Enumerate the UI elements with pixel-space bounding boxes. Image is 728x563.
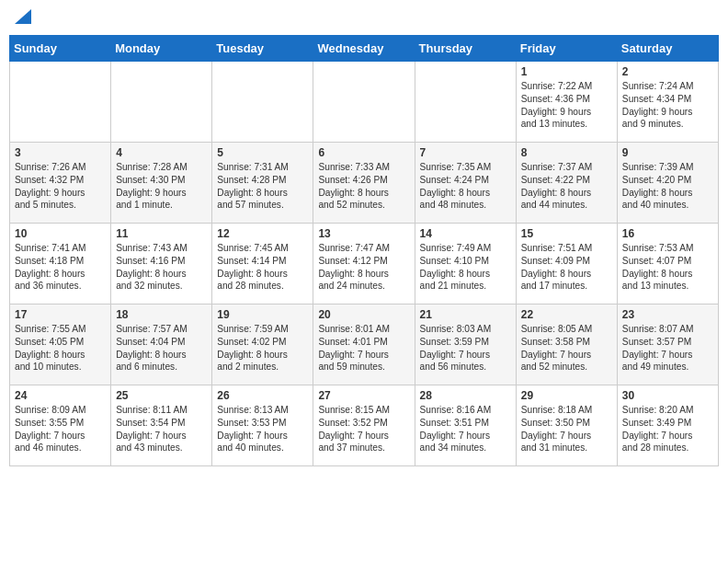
day-info: Sunrise: 7:47 AM Sunset: 4:12 PM Dayligh… [318, 243, 390, 291]
day-number: 14 [420, 227, 511, 240]
day-cell: 17Sunrise: 7:55 AM Sunset: 4:05 PM Dayli… [10, 304, 111, 385]
day-cell: 22Sunrise: 8:05 AM Sunset: 3:58 PM Dayli… [516, 304, 617, 385]
day-info: Sunrise: 8:01 AM Sunset: 4:01 PM Dayligh… [318, 324, 390, 372]
day-info: Sunrise: 7:41 AM Sunset: 4:18 PM Dayligh… [15, 243, 86, 291]
day-cell: 19Sunrise: 7:59 AM Sunset: 4:02 PM Dayli… [212, 304, 313, 385]
day-info: Sunrise: 7:33 AM Sunset: 4:26 PM Dayligh… [318, 162, 390, 210]
header-saturday: Saturday [617, 36, 718, 62]
day-cell: 5Sunrise: 7:31 AM Sunset: 4:28 PM Daylig… [212, 143, 313, 224]
page-header [9, 9, 719, 28]
day-number: 17 [15, 308, 106, 321]
week-row-5: 24Sunrise: 8:09 AM Sunset: 3:55 PM Dayli… [10, 385, 719, 466]
day-info: Sunrise: 7:53 AM Sunset: 4:07 PM Dayligh… [622, 243, 694, 291]
day-cell: 7Sunrise: 7:35 AM Sunset: 4:24 PM Daylig… [415, 143, 516, 224]
header-sunday: Sunday [10, 36, 111, 62]
day-cell: 2Sunrise: 7:24 AM Sunset: 4:34 PM Daylig… [617, 62, 718, 143]
day-info: Sunrise: 7:39 AM Sunset: 4:20 PM Dayligh… [622, 162, 694, 210]
day-number: 25 [116, 389, 207, 402]
day-info: Sunrise: 8:11 AM Sunset: 3:54 PM Dayligh… [116, 405, 188, 453]
calendar-table: SundayMondayTuesdayWednesdayThursdayFrid… [9, 35, 719, 466]
day-cell [10, 62, 111, 143]
day-cell: 9Sunrise: 7:39 AM Sunset: 4:20 PM Daylig… [617, 143, 718, 224]
day-cell: 24Sunrise: 8:09 AM Sunset: 3:55 PM Dayli… [10, 385, 111, 466]
day-info: Sunrise: 7:49 AM Sunset: 4:10 PM Dayligh… [420, 243, 492, 291]
day-info: Sunrise: 7:43 AM Sunset: 4:16 PM Dayligh… [116, 243, 188, 291]
day-number: 28 [420, 389, 511, 402]
day-info: Sunrise: 7:28 AM Sunset: 4:30 PM Dayligh… [116, 162, 188, 210]
day-number: 2 [622, 65, 713, 78]
day-cell: 13Sunrise: 7:47 AM Sunset: 4:12 PM Dayli… [313, 224, 415, 304]
header-tuesday: Tuesday [212, 36, 313, 62]
day-number: 30 [622, 389, 713, 402]
day-cell: 4Sunrise: 7:28 AM Sunset: 4:30 PM Daylig… [111, 143, 212, 224]
day-info: Sunrise: 7:26 AM Sunset: 4:32 PM Dayligh… [15, 162, 86, 210]
day-number: 1 [521, 65, 612, 78]
day-cell: 12Sunrise: 7:45 AM Sunset: 4:14 PM Dayli… [212, 224, 313, 304]
header-wednesday: Wednesday [313, 36, 415, 62]
day-cell [313, 62, 415, 143]
day-number: 18 [116, 308, 207, 321]
day-number: 8 [521, 146, 612, 159]
day-cell: 18Sunrise: 7:57 AM Sunset: 4:04 PM Dayli… [111, 304, 212, 385]
day-cell [111, 62, 212, 143]
day-info: Sunrise: 7:35 AM Sunset: 4:24 PM Dayligh… [420, 162, 492, 210]
day-number: 9 [622, 146, 713, 159]
day-info: Sunrise: 8:07 AM Sunset: 3:57 PM Dayligh… [622, 324, 694, 372]
day-number: 16 [622, 227, 713, 240]
day-number: 29 [521, 389, 612, 402]
day-number: 7 [420, 146, 511, 159]
week-row-1: 1Sunrise: 7:22 AM Sunset: 4:36 PM Daylig… [10, 62, 719, 143]
day-number: 27 [318, 389, 409, 402]
svg-marker-0 [15, 9, 31, 24]
day-number: 15 [521, 227, 612, 240]
day-info: Sunrise: 8:05 AM Sunset: 3:58 PM Dayligh… [521, 324, 593, 372]
day-info: Sunrise: 7:55 AM Sunset: 4:05 PM Dayligh… [15, 324, 86, 372]
day-info: Sunrise: 7:37 AM Sunset: 4:22 PM Dayligh… [521, 162, 593, 210]
header-thursday: Thursday [415, 36, 516, 62]
day-number: 10 [15, 227, 106, 240]
day-cell: 20Sunrise: 8:01 AM Sunset: 4:01 PM Dayli… [313, 304, 415, 385]
day-cell: 14Sunrise: 7:49 AM Sunset: 4:10 PM Dayli… [415, 224, 516, 304]
day-cell: 16Sunrise: 7:53 AM Sunset: 4:07 PM Dayli… [617, 224, 718, 304]
day-info: Sunrise: 7:51 AM Sunset: 4:09 PM Dayligh… [521, 243, 593, 291]
day-cell [212, 62, 313, 143]
day-info: Sunrise: 8:03 AM Sunset: 3:59 PM Dayligh… [420, 324, 492, 372]
day-info: Sunrise: 8:13 AM Sunset: 3:53 PM Dayligh… [217, 405, 289, 453]
day-cell: 11Sunrise: 7:43 AM Sunset: 4:16 PM Dayli… [111, 224, 212, 304]
header-monday: Monday [111, 36, 212, 62]
day-number: 5 [217, 146, 308, 159]
day-cell: 23Sunrise: 8:07 AM Sunset: 3:57 PM Dayli… [617, 304, 718, 385]
day-number: 24 [15, 389, 106, 402]
day-info: Sunrise: 7:57 AM Sunset: 4:04 PM Dayligh… [116, 324, 188, 372]
day-number: 19 [217, 308, 308, 321]
day-info: Sunrise: 8:18 AM Sunset: 3:50 PM Dayligh… [521, 405, 593, 453]
logo [13, 9, 31, 28]
day-cell: 21Sunrise: 8:03 AM Sunset: 3:59 PM Dayli… [415, 304, 516, 385]
day-number: 13 [318, 227, 409, 240]
day-cell: 3Sunrise: 7:26 AM Sunset: 4:32 PM Daylig… [10, 143, 111, 224]
day-number: 11 [116, 227, 207, 240]
day-number: 22 [521, 308, 612, 321]
day-cell: 27Sunrise: 8:15 AM Sunset: 3:52 PM Dayli… [313, 385, 415, 466]
week-row-3: 10Sunrise: 7:41 AM Sunset: 4:18 PM Dayli… [10, 224, 719, 304]
day-number: 23 [622, 308, 713, 321]
day-number: 12 [217, 227, 308, 240]
day-info: Sunrise: 7:24 AM Sunset: 4:34 PM Dayligh… [622, 81, 694, 129]
day-number: 6 [318, 146, 409, 159]
day-number: 26 [217, 389, 308, 402]
header-friday: Friday [516, 36, 617, 62]
logo-triangle-icon [15, 9, 31, 24]
day-info: Sunrise: 7:45 AM Sunset: 4:14 PM Dayligh… [217, 243, 289, 291]
day-cell: 1Sunrise: 7:22 AM Sunset: 4:36 PM Daylig… [516, 62, 617, 143]
day-number: 20 [318, 308, 409, 321]
day-info: Sunrise: 7:59 AM Sunset: 4:02 PM Dayligh… [217, 324, 289, 372]
week-row-4: 17Sunrise: 7:55 AM Sunset: 4:05 PM Dayli… [10, 304, 719, 385]
day-number: 3 [15, 146, 106, 159]
day-info: Sunrise: 8:15 AM Sunset: 3:52 PM Dayligh… [318, 405, 390, 453]
day-info: Sunrise: 7:31 AM Sunset: 4:28 PM Dayligh… [217, 162, 289, 210]
day-cell [415, 62, 516, 143]
week-row-2: 3Sunrise: 7:26 AM Sunset: 4:32 PM Daylig… [10, 143, 719, 224]
day-number: 21 [420, 308, 511, 321]
day-cell: 26Sunrise: 8:13 AM Sunset: 3:53 PM Dayli… [212, 385, 313, 466]
day-cell: 29Sunrise: 8:18 AM Sunset: 3:50 PM Dayli… [516, 385, 617, 466]
